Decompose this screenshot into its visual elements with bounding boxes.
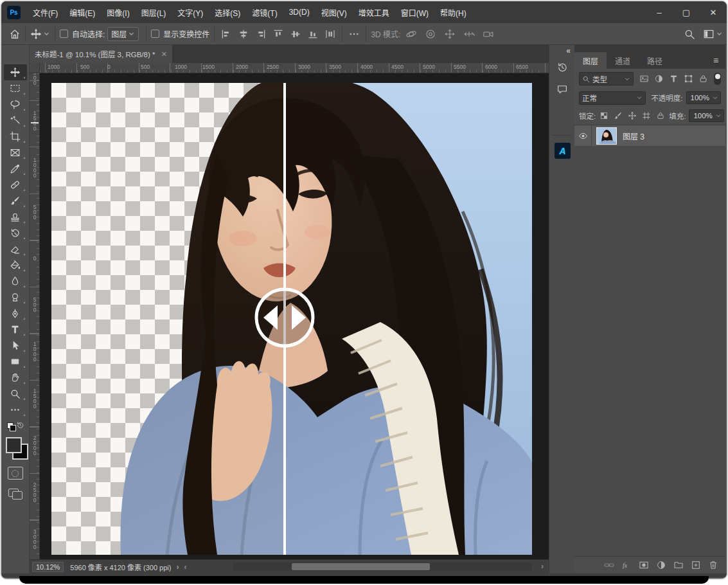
menu-item[interactable]: 3D(D) <box>283 1 315 23</box>
align-bottom-edges-icon[interactable] <box>306 27 320 41</box>
3d-slide-icon[interactable] <box>462 27 476 41</box>
lock-all-icon[interactable] <box>655 110 666 122</box>
lasso-tool[interactable] <box>4 96 27 113</box>
maximize-button[interactable]: ▢ <box>673 1 700 23</box>
clone-stamp-tool[interactable] <box>4 209 27 225</box>
menu-item[interactable]: 视图(V) <box>315 1 353 23</box>
menu-item[interactable]: 帮助(H) <box>434 1 472 23</box>
tab-close-icon[interactable]: ✕ <box>161 50 167 59</box>
zoom-level-field[interactable]: 10.12% <box>32 562 64 572</box>
filter-adjustment-layers-icon[interactable] <box>652 73 665 86</box>
move-tool-icon[interactable] <box>30 28 42 40</box>
type-tool[interactable] <box>4 321 27 338</box>
align-horizontal-centers-icon[interactable] <box>236 27 251 41</box>
menu-item[interactable]: 增效工具 <box>353 1 395 23</box>
3d-roll-icon[interactable] <box>423 27 438 41</box>
panel-tab[interactable]: 图层 <box>574 52 607 69</box>
link-layers-icon[interactable] <box>604 560 614 570</box>
dodge-tool[interactable] <box>4 289 27 305</box>
shape-tool[interactable] <box>4 354 27 370</box>
lock-transparent-pixels-icon[interactable] <box>598 110 610 122</box>
screen-mode-button[interactable] <box>8 489 22 499</box>
path-select-tool[interactable] <box>4 338 27 354</box>
filter-type-layers-icon[interactable] <box>667 73 680 86</box>
align-right-edges-icon[interactable] <box>254 27 268 41</box>
new-group-icon[interactable] <box>673 560 684 570</box>
menu-item[interactable]: 滤镜(T) <box>246 1 283 23</box>
collapse-panels-icon[interactable]: « <box>566 46 571 55</box>
history-panel-icon[interactable] <box>556 62 568 73</box>
magic-wand-tool[interactable] <box>4 113 27 129</box>
lock-artboard-icon[interactable] <box>641 110 652 122</box>
edit-toolbar-button[interactable] <box>4 402 27 418</box>
opacity-field[interactable]: 100% <box>686 91 721 104</box>
document-tab[interactable]: 未标题-1 @ 10.1% (图层 3, RGB/8) * ✕ <box>30 45 172 63</box>
delete-layer-icon[interactable] <box>708 560 718 570</box>
3d-orbit-icon[interactable] <box>404 27 418 41</box>
new-layer-icon[interactable] <box>691 560 701 570</box>
frame-tool[interactable] <box>4 145 27 161</box>
filter-shape-layers-icon[interactable] <box>682 73 695 86</box>
lock-position-icon[interactable] <box>626 110 638 122</box>
horizontal-scrollbar[interactable] <box>233 562 532 571</box>
comments-panel-icon[interactable] <box>556 84 568 95</box>
panel-tab[interactable]: 通道 <box>607 52 639 69</box>
layer-row[interactable]: 图层 3 <box>574 125 725 146</box>
menu-item[interactable]: 窗口(W) <box>395 1 434 23</box>
crop-tool[interactable] <box>4 129 27 145</box>
quick-mask-button[interactable] <box>8 467 23 480</box>
adjustment-layer-icon[interactable] <box>656 560 666 570</box>
extension-plugin-icon[interactable]: A <box>555 143 571 159</box>
add-mask-icon[interactable] <box>639 560 649 570</box>
default-colors-widget[interactable] <box>4 420 27 433</box>
close-button[interactable]: ✕ <box>700 1 727 23</box>
more-options-icon[interactable] <box>347 27 361 41</box>
hand-tool[interactable] <box>4 370 27 386</box>
menu-item[interactable]: 图层(L) <box>136 1 172 23</box>
layer-name[interactable]: 图层 3 <box>623 130 644 141</box>
menu-item[interactable]: 文字(Y) <box>172 1 209 23</box>
scroll-left-icon[interactable]: ‹ <box>184 562 186 572</box>
blend-mode-dropdown[interactable]: 正常 <box>579 91 646 105</box>
eraser-tool[interactable] <box>4 241 27 257</box>
minimize-button[interactable]: – <box>646 1 673 23</box>
filter-switch-toggle[interactable] <box>714 73 721 85</box>
panel-tab[interactable]: 路径 <box>639 52 671 69</box>
move-tool[interactable] <box>4 64 27 80</box>
zoom-tool[interactable] <box>4 386 27 402</box>
menu-item[interactable]: 选择(S) <box>209 1 246 23</box>
foreground-color-swatch[interactable] <box>6 437 22 453</box>
marquee-tool[interactable] <box>4 80 27 96</box>
document-canvas[interactable] <box>51 83 532 555</box>
canvas-area[interactable] <box>40 73 549 559</box>
align-top-edges-icon[interactable] <box>271 27 285 41</box>
brush-tool[interactable] <box>4 193 27 209</box>
chevron-down-icon[interactable] <box>43 30 50 37</box>
3d-pan-icon[interactable] <box>443 27 457 41</box>
align-vertical-centers-icon[interactable] <box>289 27 303 41</box>
fill-field[interactable]: 100% <box>689 109 724 122</box>
filter-type-dropdown[interactable]: 类型 <box>579 72 634 86</box>
scrollbar-thumb[interactable] <box>292 563 430 570</box>
status-chevron-icon[interactable]: › <box>176 562 179 572</box>
show-transform-checkbox[interactable] <box>151 30 159 38</box>
home-icon[interactable] <box>9 28 21 40</box>
layer-style-icon[interactable] <box>621 560 632 570</box>
gradient-bucket-tool[interactable] <box>4 257 27 273</box>
blur-tool[interactable] <box>4 273 27 289</box>
layer-thumbnail[interactable] <box>597 128 616 144</box>
lock-image-pixels-icon[interactable] <box>612 110 624 122</box>
filter-pixel-layers-icon[interactable] <box>637 73 650 86</box>
chevron-down-icon[interactable] <box>716 30 723 37</box>
3d-camera-icon[interactable] <box>481 27 495 41</box>
panel-menu-icon[interactable]: ≡ <box>706 52 725 69</box>
workspace-switcher-icon[interactable] <box>703 28 715 40</box>
healing-brush-tool[interactable] <box>4 177 27 193</box>
scroll-right-icon[interactable]: › <box>541 562 544 571</box>
search-icon[interactable] <box>684 28 695 40</box>
filter-smart-objects-icon[interactable] <box>697 73 709 86</box>
align-left-edges-icon[interactable] <box>219 27 233 41</box>
history-brush-tool[interactable] <box>4 225 27 241</box>
ruler-corner[interactable] <box>30 63 40 73</box>
eyedropper-tool[interactable] <box>4 161 27 177</box>
